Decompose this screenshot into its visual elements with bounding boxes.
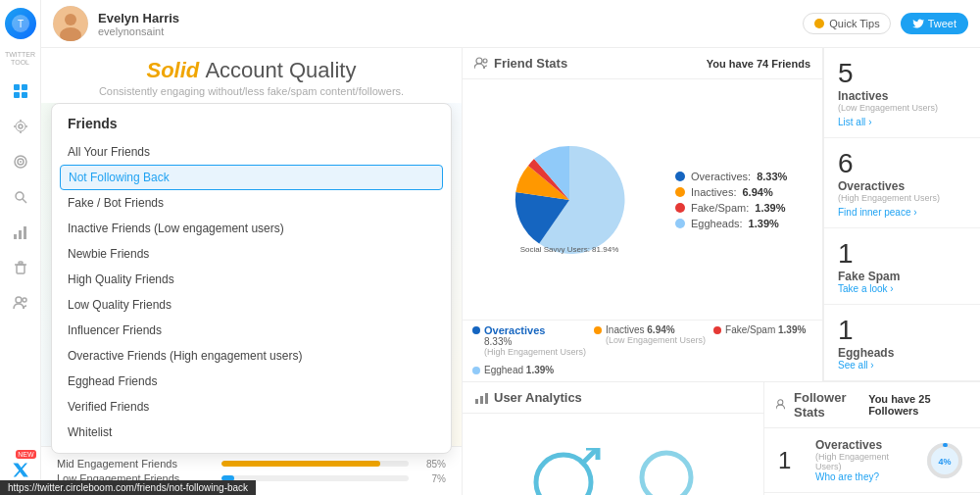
svg-rect-5 <box>22 92 27 98</box>
svg-point-52 <box>642 453 691 496</box>
stat-card-fake-spam-link[interactable]: Take a look › <box>838 283 966 294</box>
svg-point-42 <box>476 58 482 64</box>
svg-point-7 <box>16 122 25 131</box>
analytics-header: User Analytics <box>463 382 763 414</box>
stat-card-overactives-label: Overactives <box>838 179 966 193</box>
stat-card-fake-spam-number: 1 <box>838 238 966 270</box>
legend-dot-eggheads <box>675 219 685 228</box>
friends-area: 40 20 100 OUTSTANDING OUTSTANDING <box>41 103 462 495</box>
user-info: Evelyn Harris evelynonsaint <box>98 11 179 37</box>
svg-point-26 <box>65 14 76 25</box>
pie-chart: Social Savvy Users: 81.94% <box>506 136 633 264</box>
sidebar-item-network[interactable] <box>7 113 34 140</box>
sub-sub-overactives: (High Engagement Users) <box>484 347 586 357</box>
pie-legend: Overactives: 8.33% Inactives: 6.94% Fake… <box>675 89 812 310</box>
sub-label-inactives: Inactives 6.94% <box>606 324 706 335</box>
svg-point-43 <box>483 59 487 63</box>
friends-menu-title: Friends <box>52 112 451 139</box>
sidebar-item-analytics[interactable] <box>7 219 34 246</box>
stat-bar-mid-fill <box>221 461 380 467</box>
sub-fake-spam: Fake/Spam 1.39% <box>713 324 806 357</box>
male-icon <box>519 448 608 496</box>
sidebar-item-trash[interactable] <box>7 254 34 281</box>
sub-value-overactives: 8.33% <box>484 336 586 347</box>
legend-item-inactives: Inactives: 6.94% <box>675 186 812 198</box>
stat-card-fake-spam-label: Fake Spam <box>838 270 966 283</box>
svg-rect-20 <box>17 265 24 273</box>
stat-card-eggheads-link[interactable]: See all › <box>838 360 966 371</box>
stat-card-overactives-link[interactable]: Find inner peace › <box>838 207 966 218</box>
sub-sub-inactives: (Low Engagement Users) <box>606 335 706 345</box>
svg-point-14 <box>20 161 22 163</box>
stat-bar-mid-track <box>221 461 409 467</box>
menu-item-high-quality[interactable]: High Quality Friends <box>52 267 451 292</box>
menu-item-verified[interactable]: Verified Friends <box>52 394 451 420</box>
stat-card-fake-spam: 1 Fake Spam Take a look › <box>824 228 980 305</box>
follower-overactives-link[interactable]: Who are they? <box>815 471 915 482</box>
follower-overactives-number: 1 <box>778 447 808 474</box>
quality-subtitle: Consistently engaging without/less fake/… <box>61 85 442 97</box>
analytics-icon <box>474 391 488 405</box>
stat-card-overactives-number: 6 <box>838 148 966 179</box>
new-badge: NEW <box>16 450 35 459</box>
legend-item-eggheads: Eggheads: 1.39% <box>675 218 812 229</box>
stat-card-overactives-sub: (High Engagement Users) <box>838 193 966 203</box>
follower-overactives-sub: (High Engagement Users) <box>815 452 915 471</box>
sidebar-item-target[interactable] <box>7 148 34 175</box>
svg-line-49 <box>581 448 598 465</box>
stat-card-inactives: 5 Inactives (Low Engagement Users) List … <box>824 48 980 138</box>
sidebar-item-dashboard[interactable] <box>7 77 34 105</box>
menu-item-egghead[interactable]: Egghead Friends <box>52 369 451 394</box>
quality-account-label: Account Quality <box>205 58 356 82</box>
legend-dot-overactives <box>675 172 685 181</box>
quick-tips-button[interactable]: Quick Tips <box>803 13 890 34</box>
menu-item-fake-bot[interactable]: Fake / Bot Friends <box>52 190 451 216</box>
menu-item-newbie-friends[interactable]: Newbie Friends <box>52 241 451 267</box>
follower-stats-header: Follower Stats You have 25 Followers <box>764 382 980 428</box>
menu-item-not-following-back[interactable]: Not Following Back <box>60 165 443 190</box>
svg-point-23 <box>16 297 22 303</box>
legend-dot-inactives <box>675 187 685 197</box>
menu-item-whitelist[interactable]: Whitelist <box>52 420 451 445</box>
tweet-button[interactable]: Tweet <box>901 13 968 34</box>
twitter-bird-icon <box>912 18 924 29</box>
svg-rect-46 <box>480 396 483 404</box>
follower-stats-title: Follower Stats <box>776 390 868 420</box>
sub-inactives: Inactives 6.94% (Low Engagement Users) <box>594 324 706 357</box>
pie-area: Social Savvy Users: 81.94% Overactives: … <box>463 79 822 320</box>
right-panels: Friend Stats You have 74 Friends <box>463 48 980 495</box>
gender-area: Male: 50.00% Female: 50.00% <box>463 414 763 495</box>
sidebar-item-users[interactable] <box>7 289 34 317</box>
svg-point-24 <box>23 298 26 302</box>
right-bottom-row: User Analytics Male: 50.00% <box>463 381 980 495</box>
menu-item-low-quality[interactable]: Low Quality Friends <box>52 292 451 318</box>
app-logo[interactable]: T <box>5 8 36 39</box>
menu-item-inactive-friends[interactable]: Inactive Friends (Low engagement users) <box>52 216 451 241</box>
url-bar: https://twitter.circleboom.com/friends/n… <box>0 480 256 495</box>
follower-stats-icon <box>776 398 788 412</box>
sub-dot-overactives <box>472 326 480 334</box>
friend-count-sidebar: 5 Inactives (Low Engagement Users) List … <box>823 48 980 381</box>
svg-rect-17 <box>14 234 17 239</box>
avatar <box>53 6 88 41</box>
friend-stats-header: Friend Stats You have 74 Friends <box>463 48 822 79</box>
stat-card-overactives: 6 Overactives (High Engagement Users) Fi… <box>824 138 980 228</box>
svg-rect-3 <box>22 84 27 90</box>
menu-item-influencer[interactable]: Influencer Friends <box>52 318 451 343</box>
legend-item-fake-spam: Fake/Spam: 1.39% <box>675 202 812 214</box>
menu-item-overactive[interactable]: Overactive Friends (High engagement user… <box>52 343 451 369</box>
stat-card-inactives-label: Inactives <box>838 89 966 103</box>
svg-rect-19 <box>24 226 26 239</box>
pie-chart-container: Social Savvy Users: 81.94% <box>472 89 665 310</box>
quality-banner: Solid Account Quality Consistently engag… <box>41 48 462 103</box>
svg-rect-47 <box>485 393 488 404</box>
stat-card-inactives-link[interactable]: List all › <box>838 117 966 127</box>
topbar: Evelyn Harris evelynonsaint Quick Tips T… <box>41 0 980 48</box>
svg-line-16 <box>23 199 26 203</box>
menu-item-all-friends[interactable]: All Your Friends <box>52 139 451 165</box>
sidebar-item-search[interactable] <box>7 183 34 211</box>
svg-point-55 <box>778 400 783 405</box>
stat-bar-mid-engagement: Mid Engagement Friends 85% <box>57 458 446 470</box>
app-name: TWITTER TOOL <box>0 51 40 66</box>
sub-dot-fake-spam <box>713 326 721 334</box>
